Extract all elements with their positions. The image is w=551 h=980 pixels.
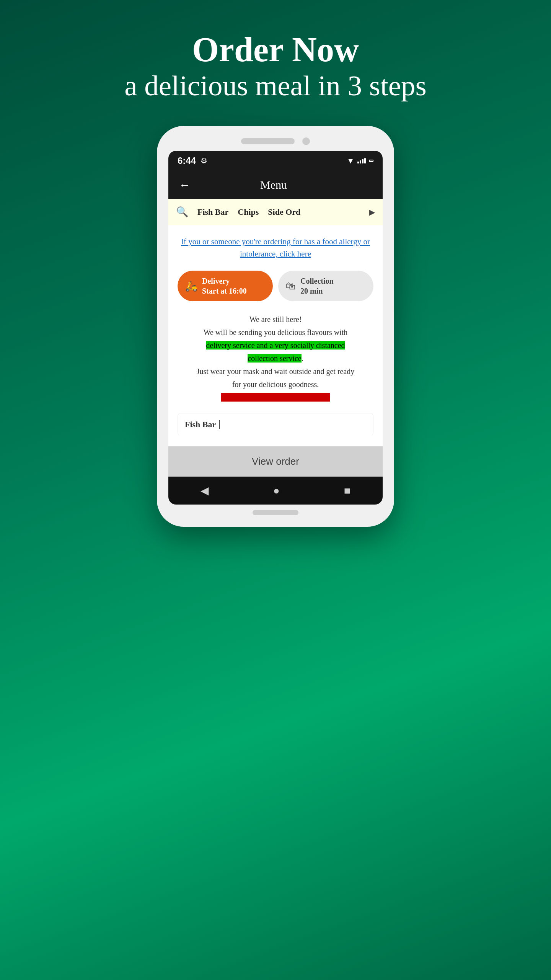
status-time: 6:44	[178, 155, 196, 166]
fish-bar-label: Fish Bar	[185, 420, 216, 430]
category-arrow[interactable]: ▶	[369, 207, 375, 217]
category-fish-bar[interactable]: Fish Bar	[197, 207, 228, 217]
delivery-label: Delivery	[202, 276, 247, 286]
page-header: Order Now a delicious meal in 3 steps	[124, 31, 426, 103]
info-line7: NO indoor service will be available	[178, 391, 373, 404]
info-line2: We will be sending you delicious flavour…	[178, 326, 373, 339]
status-icons: ▼	[347, 156, 373, 166]
info-line3: delivery service and a very socially dis…	[178, 339, 373, 352]
page-title-line2: a delicious meal in 3 steps	[124, 69, 426, 103]
info-line5: Just wear your mask and wait outside and…	[178, 365, 373, 378]
wifi-icon: ▼	[347, 157, 354, 165]
phone-top-bar	[168, 137, 383, 145]
signal-icon	[357, 156, 366, 166]
category-chips[interactable]: Chips	[238, 207, 259, 217]
collection-icon: 🛍	[286, 280, 296, 292]
delivery-text: Delivery Start at 16:00	[202, 276, 247, 296]
category-side-ord[interactable]: Side Ord	[268, 207, 300, 217]
status-left: 6:44 ⚙	[178, 155, 207, 166]
nav-home-button[interactable]: ●	[273, 485, 280, 497]
bottom-nav: ◀ ● ■	[168, 477, 383, 505]
info-line4: collection service.	[178, 352, 373, 365]
nav-back-button[interactable]: ◀	[201, 484, 209, 497]
phone-camera	[302, 137, 310, 145]
allergy-link[interactable]: If you or someone you're ordering for ha…	[178, 236, 373, 260]
collection-label: Collection	[300, 276, 334, 286]
nav-title: Menu	[191, 178, 357, 191]
top-nav: ← Menu	[168, 171, 383, 199]
delivery-icon: 🛵	[185, 280, 197, 292]
search-icon[interactable]: 🔍	[176, 206, 188, 218]
phone-speaker	[241, 138, 295, 144]
content-area: If you or someone you're ordering for ha…	[168, 225, 383, 446]
nav-recents-button[interactable]: ■	[344, 485, 350, 497]
battery-icon	[369, 160, 373, 162]
phone-home-indicator	[253, 510, 298, 515]
delivery-row: 🛵 Delivery Start at 16:00 🛍 Collection 2…	[178, 271, 373, 301]
info-line4-highlight: collection service	[248, 354, 302, 363]
info-block: We are still here! We will be sending yo…	[178, 313, 373, 404]
category-bar: 🔍 Fish Bar Chips Side Ord ▶	[168, 199, 383, 225]
view-order-button[interactable]: View order	[168, 446, 383, 477]
page-title-line1: Order Now	[124, 31, 426, 69]
collection-button[interactable]: 🛍 Collection 20 min	[278, 271, 373, 301]
status-bar: 6:44 ⚙ ▼	[168, 151, 383, 171]
collection-text: Collection 20 min	[300, 276, 334, 296]
delivery-button[interactable]: 🛵 Delivery Start at 16:00	[178, 271, 273, 301]
info-line1: We are still here!	[178, 313, 373, 326]
phone-screen: 6:44 ⚙ ▼ ←	[168, 151, 383, 505]
phone-bottom-bar	[168, 510, 383, 515]
delivery-time: Start at 16:00	[202, 286, 247, 296]
info-line3-highlight: delivery service and a very socially dis…	[206, 341, 345, 350]
settings-icon: ⚙	[201, 156, 207, 165]
info-line7-red: NO indoor service will be available	[221, 393, 330, 402]
text-cursor	[219, 420, 220, 429]
fish-bar-section-header: Fish Bar	[178, 413, 373, 436]
phone-shell: 6:44 ⚙ ▼ ←	[157, 126, 394, 527]
back-button[interactable]: ←	[179, 178, 191, 191]
collection-time: 20 min	[300, 286, 334, 296]
info-line6: for your delicious goodness.	[178, 378, 373, 391]
